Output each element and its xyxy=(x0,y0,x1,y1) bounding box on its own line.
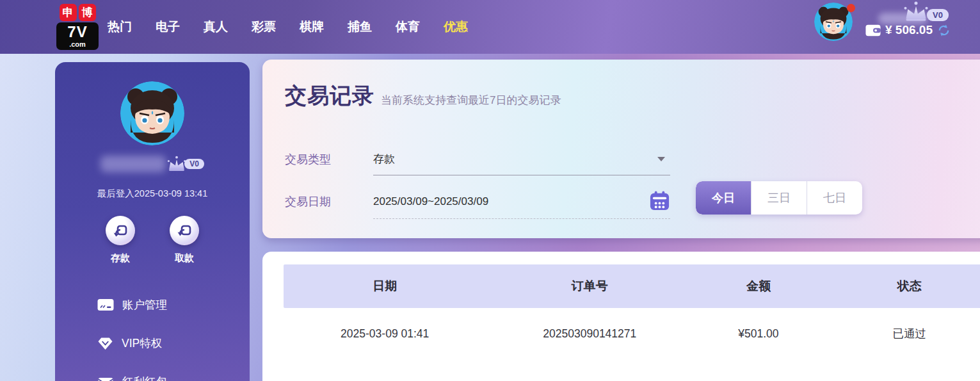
deposit-icon xyxy=(106,216,135,245)
title-row: 交易记录 当前系统支持查询最近7日的交易记录 xyxy=(285,81,561,111)
withdraw-icon xyxy=(170,216,199,245)
sidebar: V0 最后登入2025-03-09 13:41 存款 xyxy=(55,62,250,381)
logo-badge-1: 申 xyxy=(60,4,77,21)
cell-date: 2025-03-09 01:41 xyxy=(284,327,486,341)
sidebar-menu: 账户管理 VIP特权 红利红包 xyxy=(55,296,250,381)
type-select[interactable]: 存款 xyxy=(373,144,670,175)
deposit-label: 存款 xyxy=(100,252,140,264)
username-blurred xyxy=(100,156,166,172)
nav-item-live[interactable]: 真人 xyxy=(204,19,228,35)
cell-order-no: 202503090141271 xyxy=(486,327,693,341)
refresh-balance-icon[interactable] xyxy=(937,24,951,37)
transaction-date-row: 交易日期 2025/03/09~2025/03/09 xyxy=(285,185,670,218)
balance-area: ¥ 506.05 xyxy=(865,23,951,37)
transaction-type-row: 交易类型 存款 xyxy=(285,144,670,175)
vip-badge: V0 xyxy=(184,159,204,169)
type-label: 交易类型 xyxy=(285,152,373,167)
logo-badges: 申 博 xyxy=(56,4,99,21)
date-range-buttons: 今日 三日 七日 xyxy=(696,181,862,215)
range-today-button[interactable]: 今日 xyxy=(696,181,751,215)
col-order-no: 订单号 xyxy=(486,278,693,295)
bank-card-icon xyxy=(97,298,114,311)
col-date: 日期 xyxy=(284,278,486,295)
caret-down-icon xyxy=(657,157,665,161)
cell-amount: ¥501.00 xyxy=(693,327,824,341)
nav-item-promo[interactable]: 优惠 xyxy=(444,19,468,35)
sidebar-item-label: VIP特权 xyxy=(122,336,162,351)
table-header: 日期 订单号 金额 状态 xyxy=(284,264,980,308)
logo-suffix: .com xyxy=(56,41,99,50)
wallet-icon xyxy=(865,24,881,36)
transaction-filter-panel: 交易记录 当前系统支持查询最近7日的交易记录 交易类型 存款 交易日期 2025… xyxy=(262,60,980,238)
top-navbar: 申 博 7V .com 热门 电子 真人 彩票 棋牌 捕鱼 体育 优惠 xyxy=(0,0,980,54)
notification-dot xyxy=(847,4,855,12)
nav-item-slots[interactable]: 电子 xyxy=(156,19,180,35)
balance-amount: ¥ 506.05 xyxy=(885,23,933,37)
sidebar-item-account[interactable]: 账户管理 xyxy=(55,296,250,313)
withdraw-label: 取款 xyxy=(165,252,204,264)
range-7days-button[interactable]: 七日 xyxy=(807,181,862,215)
cell-status: 已通过 xyxy=(824,326,980,341)
table-row: 2025-03-09 01:41 202503090141271 ¥501.00… xyxy=(284,308,980,359)
sidebar-item-label: 红利红包 xyxy=(122,374,167,381)
sidebar-item-bonus[interactable]: 红利红包 xyxy=(55,373,250,381)
date-value: 2025/03/09~2025/03/09 xyxy=(373,195,488,208)
date-label: 交易日期 xyxy=(285,194,373,209)
sidebar-item-vip[interactable]: VIP特权 xyxy=(55,335,250,352)
page: 申 博 7V .com 热门 电子 真人 彩票 棋牌 捕鱼 体育 优惠 xyxy=(0,0,980,381)
nav-item-hot[interactable]: 热门 xyxy=(108,19,132,35)
gem-icon xyxy=(97,336,113,351)
transaction-table-panel: 日期 订单号 金额 状态 2025-03-09 01:41 2025030901… xyxy=(262,252,980,381)
col-status: 状态 xyxy=(824,278,980,295)
red-envelope-icon xyxy=(97,377,114,381)
sidebar-avatar xyxy=(120,81,184,145)
site-logo[interactable]: 申 博 7V .com xyxy=(56,4,99,50)
page-subtitle: 当前系统支持查询最近7日的交易记录 xyxy=(381,93,561,111)
deposit-button[interactable]: 存款 xyxy=(100,216,140,264)
nav-item-fishing[interactable]: 捕鱼 xyxy=(348,19,372,35)
last-login-text: 最后登入2025-03-09 13:41 xyxy=(55,188,250,200)
vip-badge: V0 xyxy=(927,9,949,21)
col-amount: 金额 xyxy=(693,278,824,295)
page-title: 交易记录 xyxy=(285,81,374,111)
nav-item-lottery[interactable]: 彩票 xyxy=(252,19,276,35)
range-3days-button[interactable]: 三日 xyxy=(751,181,807,215)
sidebar-item-label: 账户管理 xyxy=(122,297,167,312)
nav-item-cards[interactable]: 棋牌 xyxy=(300,19,324,35)
calendar-icon[interactable] xyxy=(649,190,670,211)
logo-text: 7V xyxy=(56,22,99,41)
logo-badge-2: 博 xyxy=(79,4,96,21)
type-value: 存款 xyxy=(373,152,395,166)
sidebar-user-row: V0 xyxy=(55,156,250,172)
main-nav: 热门 电子 真人 彩票 棋牌 捕鱼 体育 优惠 xyxy=(108,0,468,54)
nav-item-sports[interactable]: 体育 xyxy=(396,19,420,35)
date-range-input[interactable]: 2025/03/09~2025/03/09 xyxy=(373,185,670,219)
quick-actions: 存款 取款 xyxy=(55,216,250,264)
avatar-illustration xyxy=(120,81,184,145)
withdraw-button[interactable]: 取款 xyxy=(165,216,204,264)
